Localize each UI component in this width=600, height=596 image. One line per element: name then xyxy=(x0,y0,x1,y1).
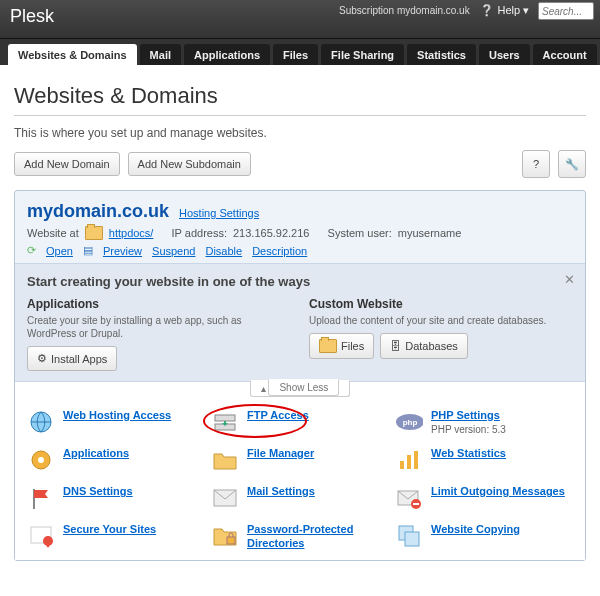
toolbar: Add New Domain Add New Subdomain ? 🔧 xyxy=(14,150,586,178)
certificate-icon xyxy=(27,522,55,550)
help-button[interactable]: ? xyxy=(522,150,550,178)
show-less-toggle[interactable]: ▴ Show Less xyxy=(250,380,351,397)
main-tabs: Websites & DomainsMailApplicationsFilesF… xyxy=(0,38,600,65)
mail-icon xyxy=(211,484,239,512)
tool-web-statistics[interactable]: Web Statistics xyxy=(395,446,573,474)
open-link[interactable]: Open xyxy=(46,245,73,257)
svg-rect-9 xyxy=(414,451,418,469)
install-apps-button[interactable]: ⚙ Install Apps xyxy=(27,346,117,371)
gear-icon: ⚙ xyxy=(37,352,47,365)
website-at-label: Website at xyxy=(27,227,79,239)
tab-files[interactable]: Files xyxy=(273,44,318,65)
page-body: Websites & Domains This is where you set… xyxy=(0,65,600,573)
tool-file-manager[interactable]: File Manager xyxy=(211,446,389,474)
subscription-label: Subscription xyxy=(339,5,394,16)
tool-secure-sites[interactable]: Secure Your Sites xyxy=(27,522,205,550)
start-heading: Start creating your website in one of th… xyxy=(27,274,573,289)
svg-rect-19 xyxy=(405,532,419,546)
description-link[interactable]: Description xyxy=(252,245,307,257)
add-domain-button[interactable]: Add New Domain xyxy=(14,152,120,176)
svg-rect-8 xyxy=(407,455,411,469)
svg-rect-1 xyxy=(215,415,235,421)
brand-logo: Plesk xyxy=(10,6,54,27)
suspend-link[interactable]: Suspend xyxy=(152,245,195,257)
tab-websites-domains[interactable]: Websites & Domains xyxy=(8,44,137,65)
sysuser-label: System user: xyxy=(328,227,392,239)
gear-icon xyxy=(27,446,55,474)
tab-account[interactable]: Account xyxy=(533,44,597,65)
tab-file-sharing[interactable]: File Sharing xyxy=(321,44,404,65)
tool-ftp-access[interactable]: FTP Access xyxy=(211,408,389,436)
preview-icon: ▤ xyxy=(83,244,93,257)
tool-password-dirs[interactable]: Password-Protected Directories xyxy=(211,522,389,550)
folder-icon xyxy=(211,446,239,474)
top-right: Subscription mydomain.co.uk ❔ Help ▾ xyxy=(339,2,594,20)
svg-rect-7 xyxy=(400,461,404,469)
settings-button[interactable]: 🔧 xyxy=(558,150,586,178)
database-icon: 🗄 xyxy=(390,340,401,352)
tab-mail[interactable]: Mail xyxy=(140,44,181,65)
preview-link[interactable]: Preview xyxy=(103,245,142,257)
custom-title: Custom Website xyxy=(309,297,573,311)
open-icon: ⟳ xyxy=(27,244,36,257)
chart-icon xyxy=(395,446,423,474)
mail-limit-icon xyxy=(395,484,423,512)
tool-mail-settings[interactable]: Mail Settings xyxy=(211,484,389,512)
add-subdomain-button[interactable]: Add New Subdomain xyxy=(128,152,251,176)
folder-icon xyxy=(319,339,337,353)
tab-users[interactable]: Users xyxy=(479,44,530,65)
ip-label: IP address: xyxy=(172,227,227,239)
flag-icon xyxy=(27,484,55,512)
files-button[interactable]: Files xyxy=(309,333,374,359)
search-input[interactable] xyxy=(538,2,594,20)
hosting-settings-link[interactable]: Hosting Settings xyxy=(179,207,259,219)
svg-rect-17 xyxy=(227,537,235,544)
globe-icon xyxy=(27,408,55,436)
tools-panel: ▴ Show Less Web Hosting Access FTP Acces… xyxy=(15,381,585,560)
lock-folder-icon xyxy=(211,522,239,550)
svg-point-16 xyxy=(43,536,53,546)
sysuser-value: myusername xyxy=(398,227,462,239)
tab-applications[interactable]: Applications xyxy=(184,44,270,65)
databases-button[interactable]: 🗄 Databases xyxy=(380,333,468,359)
page-description: This is where you set up and manage webs… xyxy=(14,126,586,140)
tool-dns-settings[interactable]: DNS Settings xyxy=(27,484,205,512)
top-bar: Plesk Subscription mydomain.co.uk ❔ Help… xyxy=(0,0,600,38)
copy-icon xyxy=(395,522,423,550)
apps-desc: Create your site by installing a web app… xyxy=(27,314,291,340)
wrench-icon: 🔧 xyxy=(565,158,579,171)
apps-title: Applications xyxy=(27,297,291,311)
start-panel: ✕ Start creating your website in one of … xyxy=(15,263,585,381)
ip-value: 213.165.92.216 xyxy=(233,227,309,239)
subscription-value: mydomain.co.uk xyxy=(397,5,470,16)
tool-website-copying[interactable]: Website Copying xyxy=(395,522,573,550)
page-title: Websites & Domains xyxy=(14,83,586,109)
tool-limit-outgoing[interactable]: Limit Outgoing Messages xyxy=(395,484,573,512)
svg-text:php: php xyxy=(403,418,418,427)
php-icon: php xyxy=(395,408,423,436)
tool-web-hosting-access[interactable]: Web Hosting Access xyxy=(27,408,205,436)
disable-link[interactable]: Disable xyxy=(205,245,242,257)
tab-statistics[interactable]: Statistics xyxy=(407,44,476,65)
ftp-icon xyxy=(211,408,239,436)
folder-icon xyxy=(85,226,103,240)
tool-php-settings[interactable]: php PHP SettingsPHP version: 5.3 xyxy=(395,408,573,436)
close-icon[interactable]: ✕ xyxy=(564,272,575,287)
httpdocs-link[interactable]: httpdocs/ xyxy=(109,227,154,239)
domain-panel: mydomain.co.uk Hosting Settings Website … xyxy=(14,190,586,561)
custom-desc: Upload the content of your site and crea… xyxy=(309,314,573,327)
php-version-note: PHP version: 5.3 xyxy=(431,424,506,435)
help-menu[interactable]: ❔ Help ▾ xyxy=(480,4,529,17)
svg-point-6 xyxy=(38,457,44,463)
tool-applications[interactable]: Applications xyxy=(27,446,205,474)
domain-name: mydomain.co.uk xyxy=(27,201,169,222)
